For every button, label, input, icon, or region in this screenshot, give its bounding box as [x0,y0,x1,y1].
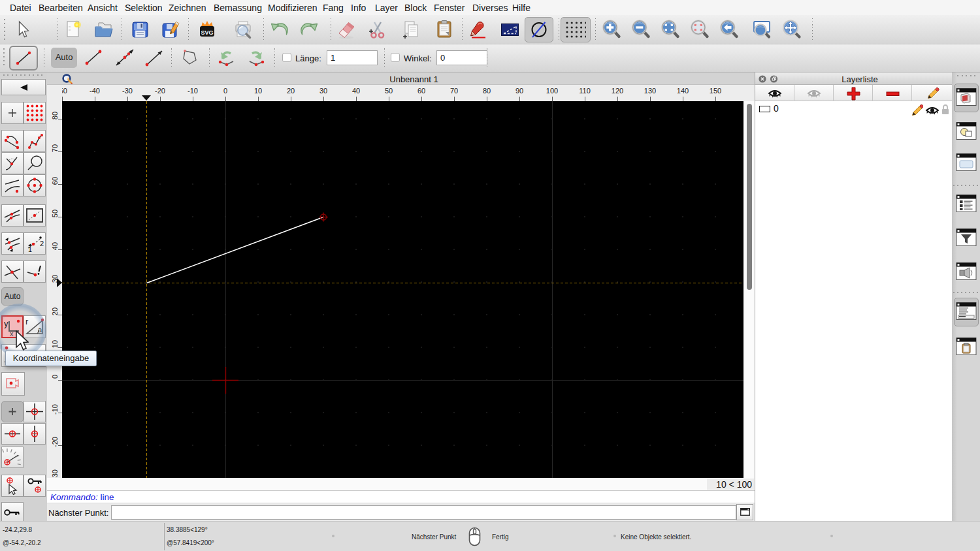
svg-text:1: 1 [28,245,32,253]
svg-text:SVG: SVG [201,29,213,36]
svg-text:2: 2 [40,240,44,247]
